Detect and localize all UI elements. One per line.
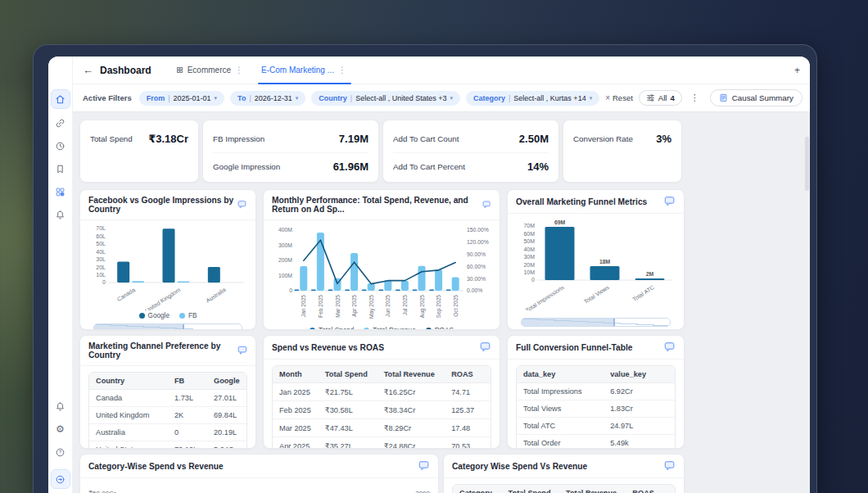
table-cell: 24.97L <box>604 418 675 435</box>
kpi-label: Conversion Rate <box>573 134 633 143</box>
svg-text:May 2025: May 2025 <box>368 295 375 319</box>
comment-icon[interactable] <box>482 199 491 210</box>
table-card-spend-revenue-roas: Spend vs Revenue vs ROAS MonthTotal Spen… <box>263 335 500 449</box>
svg-text:Total Impressions: Total Impressions <box>525 284 566 310</box>
legend-item[interactable]: Total Revenue <box>364 327 415 330</box>
table-header-cell: Country <box>89 373 168 390</box>
comment-icon[interactable] <box>664 460 676 472</box>
dashboard-content: Total Spend ₹3.18Cr FB Impression 7.19M … <box>73 112 810 493</box>
comment-icon[interactable] <box>664 196 676 207</box>
sidebar-item-links[interactable] <box>52 114 70 132</box>
right-axis-tick: 3000 <box>415 490 430 493</box>
chart-legend: GoogleFB <box>88 312 247 319</box>
legend-item[interactable]: Google <box>139 312 170 319</box>
spend-revenue-roas-table: MonthTotal SpendTotal RevenueROASJan 202… <box>272 365 491 449</box>
sidebar-item-settings[interactable]: ⚙ <box>52 420 70 438</box>
sidebar-item-bookmarks[interactable] <box>52 160 70 178</box>
svg-text:50L: 50L <box>96 241 106 246</box>
table-header-cell: Category <box>453 485 502 493</box>
filter-pill-to[interactable]: To | 2026-12-31 ▾ <box>230 91 305 106</box>
legend-item[interactable]: ROAS <box>426 327 454 330</box>
table-header-row: MonthTotal SpendTotal RevenueROAS <box>273 366 491 383</box>
table-cell: Mar 2025 <box>273 419 319 437</box>
bell-icon <box>55 210 66 220</box>
svg-text:70M: 70M <box>523 223 535 228</box>
filter-pill-country[interactable]: Country | Select-all , United States +3 … <box>311 91 460 106</box>
kpi-value: 14% <box>527 161 549 173</box>
svg-text:70L: 70L <box>96 225 106 231</box>
datazoom-slider[interactable] <box>93 323 242 330</box>
table-card-conversion-funnel: Full Conversion Funnel-Table data_keyval… <box>507 335 685 449</box>
content-scrollbar[interactable] <box>805 137 809 191</box>
sidebar-item-assistant[interactable] <box>51 469 70 489</box>
svg-text:Mar 2025: Mar 2025 <box>335 295 341 318</box>
table-cell: 1.83Cr <box>604 400 675 418</box>
tab-label: Ecommerce <box>188 66 231 75</box>
sidebar-item-dashboards[interactable] <box>52 183 70 201</box>
legend-item[interactable]: FB <box>179 312 197 319</box>
table-header-row: CategoryTotal SpendTotal RevenueROAS <box>453 485 675 493</box>
svg-text:60M: 60M <box>523 231 535 237</box>
svg-text:30.00%: 30.00% <box>467 276 486 282</box>
table-cell: Total Views <box>517 400 604 418</box>
legend-dot <box>179 313 185 319</box>
sidebar-item-home[interactable] <box>51 89 70 109</box>
all-filters-button[interactable]: All 4 <box>639 90 682 106</box>
filter-pill-from[interactable]: From | 2025-01-01 ▾ <box>139 91 224 106</box>
kpi-value: ₹3.18Cr <box>148 133 188 145</box>
reset-filters-button[interactable]: × Reset <box>605 93 633 102</box>
legend-item[interactable]: Total Spend <box>310 327 354 330</box>
chart-card-monthly-performance: Monthly Performance: Total Spend, Revenu… <box>263 189 500 330</box>
table-header-row: CountryFBGoogle <box>89 373 246 390</box>
tab-ecommerce[interactable]: Ecommerce ⋮ <box>176 57 243 84</box>
pill-value: 2025-01-01 <box>174 94 211 102</box>
kpi-label: Google Impression <box>213 162 280 171</box>
sidebar-item-help[interactable]: ? <box>52 443 70 461</box>
tab-ecom-marketing[interactable]: E-Com Marketing ... ⋮ <box>261 57 346 84</box>
tab-options-icon[interactable]: ⋮ <box>338 66 346 75</box>
legend-label: Total Spend <box>319 327 354 330</box>
sidebar-item-alerts[interactable] <box>52 206 70 224</box>
svg-text:40M: 40M <box>523 246 535 252</box>
comment-icon[interactable] <box>418 460 430 472</box>
kpi-value: 2.50M <box>519 133 549 145</box>
table-cell: ₹38.34Cr <box>377 401 445 419</box>
sidebar-item-notifications[interactable] <box>52 397 70 415</box>
table-title: Spend vs Revenue vs ROAS <box>272 343 384 352</box>
svg-text:Oct 2025: Oct 2025 <box>453 295 459 317</box>
comment-icon[interactable] <box>664 341 676 353</box>
table-cell: ₹16.25Cr <box>377 383 445 401</box>
pill-value: Select-all , United States +3 <box>355 94 446 102</box>
svg-text:69M: 69M <box>554 219 566 225</box>
comment-icon[interactable] <box>237 199 247 210</box>
table-cell: 27.01L <box>207 390 246 407</box>
comment-icon[interactable] <box>480 341 491 353</box>
kpi-value: 61.96M <box>333 161 368 173</box>
svg-text:0: 0 <box>531 277 535 283</box>
pill-separator: | <box>509 94 510 102</box>
desktop-background: ⚙ ? ← Dashboard Ecommerce ⋮ <box>0 0 868 493</box>
tab-options-icon[interactable]: ⋮ <box>235 66 243 75</box>
table-cell: 70.53 <box>445 437 491 450</box>
new-tab-button[interactable]: + <box>794 65 800 76</box>
more-options-icon[interactable]: ⋮ <box>688 93 702 103</box>
tab-label: E-Com Marketing ... <box>261 66 334 75</box>
table-header-row: data_keyvalue_key <box>517 366 675 383</box>
table-cell: ₹35.27L <box>319 437 377 450</box>
kpi-card-conversion-rate: Conversion Rate 3% <box>563 120 682 183</box>
table-cell: 5.04Cr <box>207 441 246 450</box>
chart-card-fb-vs-google: Facebook vs Google Impressions by Countr… <box>79 189 256 330</box>
help-icon: ? <box>55 447 66 458</box>
svg-text:90.00%: 90.00% <box>467 251 486 257</box>
table-card-category-spend-revenue: Category Wise Spend Vs Revenue CategoryT… <box>443 454 685 493</box>
filter-pill-category[interactable]: Category | Select-all , Kurtas +14 ▾ <box>466 91 599 106</box>
back-arrow-button[interactable]: ← <box>83 64 93 76</box>
datazoom-window[interactable] <box>94 324 184 330</box>
table-row: Canada1.73L27.01L <box>89 390 246 407</box>
comment-icon[interactable] <box>237 345 248 356</box>
sidebar-item-history[interactable] <box>52 137 70 155</box>
datazoom-slider[interactable] <box>521 318 671 327</box>
causal-summary-button[interactable]: Causal Summary <box>710 89 802 106</box>
datazoom-window[interactable] <box>522 319 615 326</box>
kpi-label: Total Spend <box>90 134 133 143</box>
